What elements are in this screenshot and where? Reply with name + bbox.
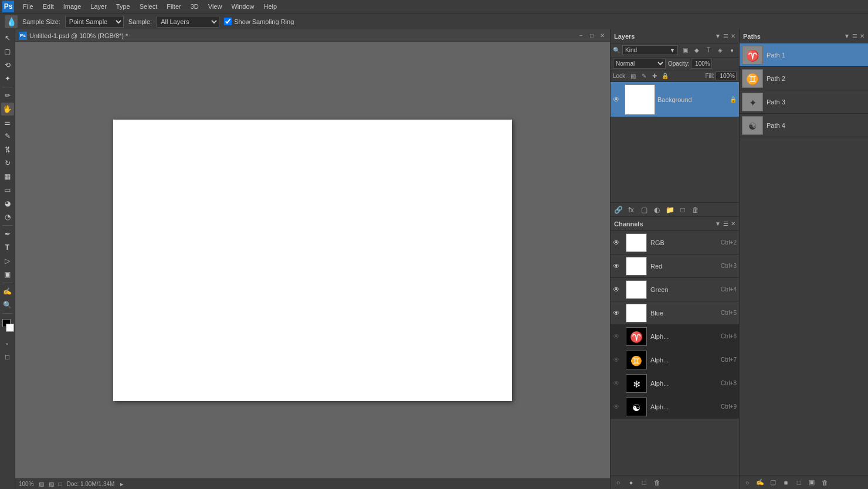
layers-kind-select[interactable]: Kind ▼ — [622, 45, 678, 55]
lock-position-btn[interactable]: ✚ — [650, 72, 659, 80]
screen-mode-tool[interactable]: □ — [1, 351, 14, 364]
layers-menu-button[interactable]: ☰ — [723, 33, 728, 39]
channel-row-alpha3[interactable]: 👁 ❄ Alph... Ctrl+8 — [611, 372, 739, 395]
canvas-wrapper[interactable] — [15, 42, 610, 478]
text-tool[interactable]: T — [1, 241, 14, 254]
lasso-tool[interactable]: ⟲ — [1, 59, 14, 72]
show-sampling-ring-checkbox[interactable]: Show Sampling Ring — [224, 18, 294, 25]
lock-transparent-btn[interactable]: ▧ — [629, 72, 638, 80]
menu-filter[interactable]: Filter — [162, 2, 185, 11]
blend-mode-select[interactable]: Normal — [613, 59, 666, 69]
lock-pixels-btn[interactable]: ✎ — [640, 72, 648, 80]
channel-delete-btn[interactable]: 🗑 — [652, 477, 662, 488]
blur-tool[interactable]: ◕ — [1, 197, 14, 210]
path-row-3[interactable]: ✦ Path 3 — [740, 90, 868, 114]
filter-smart-btn[interactable]: ● — [727, 46, 737, 55]
path-load-as-selection-btn[interactable]: ▢ — [768, 477, 778, 488]
channels-close-button[interactable]: ✕ — [731, 220, 735, 227]
channel-row-green[interactable]: 👁 Green Ctrl+4 — [611, 278, 739, 301]
path-row-4[interactable]: ☯ Path 4 — [740, 114, 868, 137]
doc-close-button[interactable]: ✕ — [598, 32, 606, 40]
menu-3d[interactable]: 3D — [187, 2, 203, 11]
channel-visibility-red[interactable]: 👁 — [613, 262, 622, 270]
channel-save-selection-btn[interactable]: ● — [626, 477, 636, 488]
marquee-tool[interactable]: ▢ — [1, 45, 14, 58]
eyedropper-tool-icon[interactable]: 💧 — [5, 15, 18, 28]
sample-select[interactable]: All Layers Current Layer Current & Below — [157, 16, 219, 28]
eyedropper-tool[interactable]: 🖐 — [1, 103, 14, 116]
path-fill-btn[interactable]: ○ — [742, 477, 752, 488]
channel-load-selection-btn[interactable]: ○ — [613, 477, 623, 488]
brush-tool[interactable]: ✎ — [1, 130, 14, 142]
hand-tool[interactable]: ✍ — [1, 285, 14, 298]
history-brush-tool[interactable]: ↻ — [1, 157, 14, 169]
layers-close-button[interactable]: ✕ — [731, 33, 735, 39]
path-select-tool[interactable]: ▷ — [1, 254, 14, 267]
add-adjustment-btn[interactable]: ◐ — [652, 205, 662, 215]
channel-visibility-alpha3[interactable]: 👁 — [613, 379, 622, 388]
dodge-tool[interactable]: ◔ — [1, 210, 14, 223]
crop-tool[interactable]: ✏ — [1, 89, 14, 102]
layer-row[interactable]: 👁 Background 🔒 — [611, 82, 739, 117]
channel-row-alpha4[interactable]: 👁 ☯ Alph... Ctrl+9 — [611, 395, 739, 419]
add-style-btn[interactable]: fx — [626, 205, 636, 215]
menu-select[interactable]: Select — [135, 2, 162, 11]
stamp-tool[interactable]: ⛕ — [1, 143, 14, 156]
channel-row-alpha1[interactable]: 👁 ♈ Alph... Ctrl+6 — [611, 325, 739, 348]
channel-row-alpha2[interactable]: 👁 ♊ Alph... Ctrl+7 — [611, 348, 739, 372]
menu-image[interactable]: Image — [59, 2, 86, 11]
channel-row-red[interactable]: 👁 Red Ctrl+3 — [611, 254, 739, 278]
doc-maximize-button[interactable]: □ — [588, 32, 596, 40]
menu-type[interactable]: Type — [112, 2, 134, 11]
channel-row-rgb[interactable]: 👁 RGB Ctrl+2 — [611, 231, 739, 254]
paths-close-button[interactable]: ✕ — [860, 33, 864, 39]
filter-type-btn[interactable]: T — [704, 46, 713, 55]
filter-pixel-btn[interactable]: ▣ — [680, 46, 690, 55]
menu-window[interactable]: Window — [227, 2, 258, 11]
pen-tool[interactable]: ✒ — [1, 227, 14, 240]
shape-tool[interactable]: ▣ — [1, 268, 14, 281]
channel-visibility-rgb[interactable]: 👁 — [613, 239, 622, 247]
path-make-from-selection-btn[interactable]: ■ — [781, 477, 791, 488]
opacity-input[interactable] — [691, 59, 712, 69]
filter-shape-btn[interactable]: ◈ — [716, 46, 725, 55]
channel-new-btn[interactable]: □ — [639, 477, 649, 488]
channel-row-blue[interactable]: 👁 Blue Ctrl+5 — [611, 301, 739, 325]
path-row-1[interactable]: ♈ Path 1 — [740, 43, 868, 67]
canvas[interactable] — [113, 120, 512, 401]
filter-adjustment-btn[interactable]: ◆ — [692, 46, 701, 55]
lock-all-btn[interactable]: 🔒 — [661, 72, 669, 80]
channel-visibility-green[interactable]: 👁 — [613, 286, 622, 294]
menu-layer[interactable]: Layer — [86, 2, 111, 11]
layers-collapse-button[interactable]: ▼ — [715, 33, 721, 39]
channels-menu-button[interactable]: ☰ — [723, 220, 728, 227]
menu-view[interactable]: View — [204, 2, 226, 11]
channel-visibility-alpha1[interactable]: 👁 — [613, 332, 622, 341]
channels-collapse-button[interactable]: ▼ — [715, 220, 721, 227]
path-delete-btn[interactable]: 🗑 — [819, 477, 830, 488]
paths-collapse-button[interactable]: ▼ — [844, 33, 850, 39]
menu-file[interactable]: File — [19, 2, 38, 11]
background-color[interactable] — [6, 324, 14, 332]
layer-visibility-icon[interactable]: 👁 — [613, 96, 622, 104]
path-stroke-btn[interactable]: ✍ — [755, 477, 765, 488]
menu-edit[interactable]: Edit — [39, 2, 58, 11]
doc-minimize-button[interactable]: − — [577, 32, 585, 40]
menu-help[interactable]: Help — [260, 2, 282, 11]
fill-input[interactable] — [716, 72, 737, 80]
quick-mask-tool[interactable]: ◦ — [1, 337, 14, 350]
link-layers-btn[interactable]: 🔗 — [613, 205, 623, 215]
add-layer-btn[interactable]: □ — [677, 205, 688, 215]
add-mask-btn[interactable]: ▢ — [639, 205, 649, 215]
gradient-tool[interactable]: ▭ — [1, 184, 14, 196]
healing-tool[interactable]: ⚌ — [1, 116, 14, 129]
sample-size-select[interactable]: Point Sample 3 by 3 Average 5 by 5 Avera… — [65, 16, 124, 28]
path-new-btn[interactable]: ▣ — [806, 477, 817, 488]
channel-visibility-blue[interactable]: 👁 — [613, 309, 622, 317]
eraser-tool[interactable]: ▦ — [1, 170, 14, 183]
zoom-tool[interactable]: 🔍 — [1, 298, 14, 311]
move-tool[interactable]: ↖ — [1, 32, 14, 45]
path-row-2[interactable]: ♊ Path 2 — [740, 67, 868, 90]
channel-visibility-alpha2[interactable]: 👁 — [613, 356, 622, 364]
add-group-btn[interactable]: 📁 — [664, 205, 675, 215]
